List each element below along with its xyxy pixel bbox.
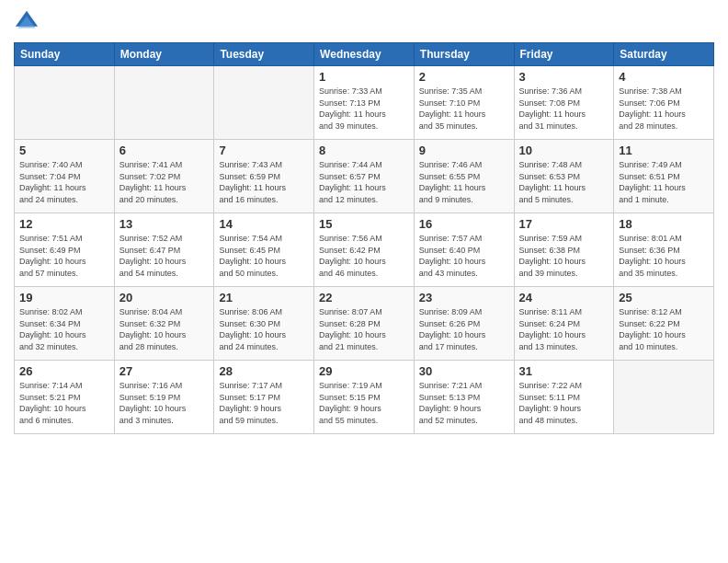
day-info: Sunrise: 8:02 AM Sunset: 6:34 PM Dayligh… xyxy=(19,306,109,352)
day-number: 18 xyxy=(619,217,709,231)
day-number: 12 xyxy=(19,217,109,231)
calendar-cell: 23Sunrise: 8:09 AM Sunset: 6:26 PM Dayli… xyxy=(414,287,514,361)
day-info: Sunrise: 8:07 AM Sunset: 6:28 PM Dayligh… xyxy=(319,306,409,352)
day-info: Sunrise: 7:56 AM Sunset: 6:42 PM Dayligh… xyxy=(319,233,409,279)
calendar-cell: 18Sunrise: 8:01 AM Sunset: 6:36 PM Dayli… xyxy=(614,213,714,287)
weekday-thursday: Thursday xyxy=(414,43,514,66)
day-info: Sunrise: 8:12 AM Sunset: 6:22 PM Dayligh… xyxy=(619,306,709,352)
day-info: Sunrise: 7:17 AM Sunset: 5:17 PM Dayligh… xyxy=(219,380,309,426)
day-number: 28 xyxy=(219,364,309,378)
day-number: 13 xyxy=(119,217,210,231)
calendar-cell: 22Sunrise: 8:07 AM Sunset: 6:28 PM Dayli… xyxy=(314,287,415,361)
calendar: SundayMondayTuesdayWednesdayThursdayFrid… xyxy=(14,42,714,434)
calendar-cell: 12Sunrise: 7:51 AM Sunset: 6:49 PM Dayli… xyxy=(15,213,115,287)
day-number: 25 xyxy=(619,291,709,304)
day-info: Sunrise: 7:59 AM Sunset: 6:38 PM Dayligh… xyxy=(519,233,609,279)
calendar-cell: 10Sunrise: 7:48 AM Sunset: 6:53 PM Dayli… xyxy=(514,140,614,213)
day-number: 29 xyxy=(319,364,409,378)
day-number: 31 xyxy=(519,364,609,378)
calendar-cell: 4Sunrise: 7:38 AM Sunset: 7:06 PM Daylig… xyxy=(614,66,714,140)
day-info: Sunrise: 7:36 AM Sunset: 7:08 PM Dayligh… xyxy=(519,86,609,132)
calendar-cell: 29Sunrise: 7:19 AM Sunset: 5:15 PM Dayli… xyxy=(314,361,415,434)
weekday-header-row: SundayMondayTuesdayWednesdayThursdayFrid… xyxy=(15,43,714,66)
day-number: 7 xyxy=(219,144,309,157)
day-info: Sunrise: 7:51 AM Sunset: 6:49 PM Dayligh… xyxy=(19,233,109,279)
day-number: 10 xyxy=(519,144,609,157)
day-number: 26 xyxy=(19,364,109,378)
weekday-monday: Monday xyxy=(114,43,214,66)
day-info: Sunrise: 7:44 AM Sunset: 6:57 PM Dayligh… xyxy=(319,159,409,205)
day-info: Sunrise: 7:21 AM Sunset: 5:13 PM Dayligh… xyxy=(419,380,509,426)
calendar-cell xyxy=(214,66,314,140)
day-number: 8 xyxy=(319,144,409,157)
calendar-cell xyxy=(15,66,115,140)
calendar-cell: 20Sunrise: 8:04 AM Sunset: 6:32 PM Dayli… xyxy=(114,287,214,361)
calendar-cell: 19Sunrise: 8:02 AM Sunset: 6:34 PM Dayli… xyxy=(15,287,115,361)
calendar-cell: 25Sunrise: 8:12 AM Sunset: 6:22 PM Dayli… xyxy=(614,287,714,361)
calendar-cell: 15Sunrise: 7:56 AM Sunset: 6:42 PM Dayli… xyxy=(314,213,415,287)
day-info: Sunrise: 7:43 AM Sunset: 6:59 PM Dayligh… xyxy=(219,159,309,205)
calendar-cell: 21Sunrise: 8:06 AM Sunset: 6:30 PM Dayli… xyxy=(214,287,314,361)
day-number: 19 xyxy=(19,291,109,304)
day-info: Sunrise: 8:04 AM Sunset: 6:32 PM Dayligh… xyxy=(119,306,210,352)
weekday-friday: Friday xyxy=(514,43,614,66)
calendar-cell: 28Sunrise: 7:17 AM Sunset: 5:17 PM Dayli… xyxy=(214,361,314,434)
calendar-cell: 14Sunrise: 7:54 AM Sunset: 6:45 PM Dayli… xyxy=(214,213,314,287)
week-row-4: 26Sunrise: 7:14 AM Sunset: 5:21 PM Dayli… xyxy=(15,361,714,434)
day-number: 30 xyxy=(419,364,509,378)
day-number: 14 xyxy=(219,217,309,231)
day-info: Sunrise: 7:14 AM Sunset: 5:21 PM Dayligh… xyxy=(19,380,109,426)
week-row-1: 5Sunrise: 7:40 AM Sunset: 7:04 PM Daylig… xyxy=(15,140,714,213)
day-info: Sunrise: 7:46 AM Sunset: 6:55 PM Dayligh… xyxy=(419,159,509,205)
day-number: 24 xyxy=(519,291,609,304)
calendar-cell: 3Sunrise: 7:36 AM Sunset: 7:08 PM Daylig… xyxy=(514,66,614,140)
weekday-wednesday: Wednesday xyxy=(314,43,415,66)
day-info: Sunrise: 7:22 AM Sunset: 5:11 PM Dayligh… xyxy=(519,380,609,426)
calendar-cell: 24Sunrise: 8:11 AM Sunset: 6:24 PM Dayli… xyxy=(514,287,614,361)
day-number: 1 xyxy=(319,70,409,84)
day-info: Sunrise: 8:01 AM Sunset: 6:36 PM Dayligh… xyxy=(619,233,709,279)
calendar-cell: 7Sunrise: 7:43 AM Sunset: 6:59 PM Daylig… xyxy=(214,140,314,213)
day-info: Sunrise: 7:38 AM Sunset: 7:06 PM Dayligh… xyxy=(619,86,709,132)
day-info: Sunrise: 7:33 AM Sunset: 7:13 PM Dayligh… xyxy=(319,86,409,132)
calendar-cell: 11Sunrise: 7:49 AM Sunset: 6:51 PM Dayli… xyxy=(614,140,714,213)
day-info: Sunrise: 7:41 AM Sunset: 7:02 PM Dayligh… xyxy=(119,159,210,205)
calendar-cell: 31Sunrise: 7:22 AM Sunset: 5:11 PM Dayli… xyxy=(514,361,614,434)
day-info: Sunrise: 7:19 AM Sunset: 5:15 PM Dayligh… xyxy=(319,380,409,426)
header xyxy=(14,9,714,35)
calendar-cell: 9Sunrise: 7:46 AM Sunset: 6:55 PM Daylig… xyxy=(414,140,514,213)
week-row-0: 1Sunrise: 7:33 AM Sunset: 7:13 PM Daylig… xyxy=(15,66,714,140)
day-number: 23 xyxy=(419,291,509,304)
calendar-cell: 8Sunrise: 7:44 AM Sunset: 6:57 PM Daylig… xyxy=(314,140,415,213)
day-number: 17 xyxy=(519,217,609,231)
calendar-cell: 16Sunrise: 7:57 AM Sunset: 6:40 PM Dayli… xyxy=(414,213,514,287)
week-row-3: 19Sunrise: 8:02 AM Sunset: 6:34 PM Dayli… xyxy=(15,287,714,361)
day-number: 9 xyxy=(419,144,509,157)
day-info: Sunrise: 7:52 AM Sunset: 6:47 PM Dayligh… xyxy=(119,233,210,279)
day-number: 2 xyxy=(419,70,509,84)
calendar-cell: 26Sunrise: 7:14 AM Sunset: 5:21 PM Dayli… xyxy=(15,361,115,434)
day-number: 11 xyxy=(619,144,709,157)
calendar-cell xyxy=(114,66,214,140)
day-info: Sunrise: 7:54 AM Sunset: 6:45 PM Dayligh… xyxy=(219,233,309,279)
page: SundayMondayTuesdayWednesdayThursdayFrid… xyxy=(0,0,728,563)
day-number: 16 xyxy=(419,217,509,231)
day-info: Sunrise: 7:49 AM Sunset: 6:51 PM Dayligh… xyxy=(619,159,709,205)
calendar-cell: 27Sunrise: 7:16 AM Sunset: 5:19 PM Dayli… xyxy=(114,361,214,434)
calendar-cell: 2Sunrise: 7:35 AM Sunset: 7:10 PM Daylig… xyxy=(414,66,514,140)
day-number: 4 xyxy=(619,70,709,84)
day-number: 20 xyxy=(119,291,210,304)
weekday-sunday: Sunday xyxy=(15,43,115,66)
week-row-2: 12Sunrise: 7:51 AM Sunset: 6:49 PM Dayli… xyxy=(15,213,714,287)
calendar-cell xyxy=(614,361,714,434)
day-number: 6 xyxy=(119,144,210,157)
day-number: 21 xyxy=(219,291,309,304)
day-info: Sunrise: 8:11 AM Sunset: 6:24 PM Dayligh… xyxy=(519,306,609,352)
day-info: Sunrise: 7:35 AM Sunset: 7:10 PM Dayligh… xyxy=(419,86,509,132)
calendar-cell: 30Sunrise: 7:21 AM Sunset: 5:13 PM Dayli… xyxy=(414,361,514,434)
weekday-saturday: Saturday xyxy=(614,43,714,66)
logo xyxy=(14,9,43,35)
day-number: 3 xyxy=(519,70,609,84)
day-info: Sunrise: 7:16 AM Sunset: 5:19 PM Dayligh… xyxy=(119,380,210,426)
weekday-tuesday: Tuesday xyxy=(214,43,314,66)
